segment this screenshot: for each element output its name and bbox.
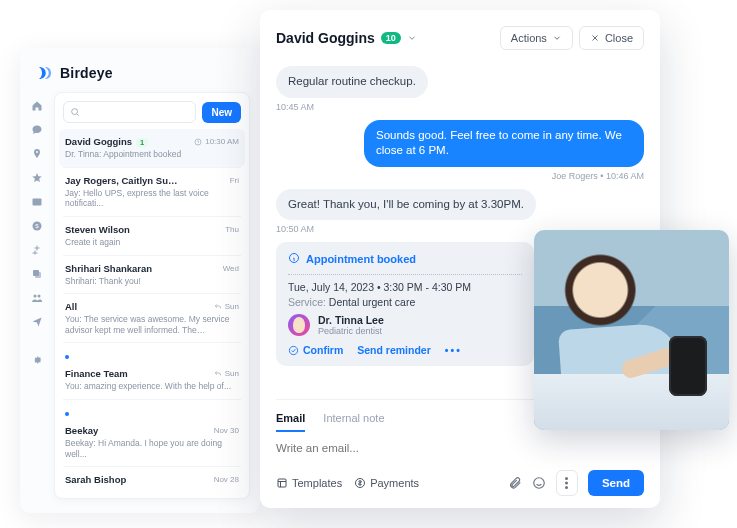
contact-name: David Goggins (276, 30, 375, 46)
brand: Birdeye (20, 62, 260, 92)
message-out: Sounds good. Feel free to come in any ti… (364, 120, 644, 167)
attachment-icon[interactable] (508, 476, 522, 490)
message-in: Great! Thank you, I'll be coming by at 3… (276, 189, 536, 221)
thread-name: Jay Rogers, Caitlyn Summer (65, 175, 180, 186)
thread-name: Steven Wilson (65, 224, 130, 235)
thread-item[interactable]: Beekay Nov 30 Beekay: Hi Amanda. I hope … (63, 399, 241, 466)
doctor-avatar (288, 314, 310, 336)
nav-messages-icon[interactable] (31, 124, 43, 136)
thread-item[interactable]: Sarah Bishop Nov 28 (63, 466, 241, 494)
nav-star-icon[interactable] (31, 172, 43, 184)
thread-meta: Nov 30 (214, 426, 239, 435)
info-icon (288, 252, 300, 266)
thread-preview: Beekay: Hi Amanda. I hope you are doing … (65, 438, 239, 459)
tab-internal-note[interactable]: Internal note (323, 406, 384, 432)
more-icon[interactable]: ••• (445, 344, 462, 356)
actions-button[interactable]: Actions (500, 26, 573, 50)
thread-meta: Thu (225, 225, 239, 234)
service-label: Service: (288, 296, 326, 308)
svg-point-5 (34, 295, 37, 298)
svg-point-16 (565, 486, 568, 489)
thread-item[interactable]: All Sun You: The service was awesome. My… (63, 293, 241, 342)
svg-point-10 (289, 346, 297, 354)
appointment-title: Appointment booked (306, 253, 416, 265)
thread-meta: Fri (230, 176, 239, 185)
contact-badge: 10 (381, 32, 401, 44)
templates-button[interactable]: Templates (276, 477, 342, 489)
hero-photo (534, 230, 729, 430)
svg-rect-4 (35, 272, 41, 278)
thread-preview: Dr. Tinna: Appointment booked (65, 149, 239, 160)
nav-rail: $ (20, 92, 54, 499)
thread-preview: You: The service was awesome. My service… (65, 314, 239, 335)
brand-name: Birdeye (60, 65, 113, 81)
thread-item[interactable]: Finance Team Sun You: amazing experience… (63, 342, 241, 399)
tab-email[interactable]: Email (276, 406, 305, 432)
nav-money-icon[interactable]: $ (31, 220, 43, 232)
nav-send-icon[interactable] (31, 316, 43, 328)
inbox-list: New David Goggins1 10:30 AM Dr. Tinna: A… (54, 92, 250, 499)
nav-pin-icon[interactable] (31, 148, 43, 160)
close-button[interactable]: Close (579, 26, 644, 50)
doctor-role: Pediatric dentist (318, 326, 384, 336)
unread-chip: 1 (136, 138, 148, 147)
search-input[interactable] (63, 101, 196, 123)
chat-header: David Goggins 10 Actions Close (276, 26, 644, 50)
thread-meta: Wed (223, 264, 239, 273)
svg-rect-11 (278, 479, 286, 487)
thread-item[interactable]: Steven Wilson Thu Create it again (63, 216, 241, 255)
close-label: Close (605, 32, 633, 44)
new-button[interactable]: New (202, 102, 241, 123)
thread-preview: Jay: Hello UPS, express the last voice n… (65, 188, 239, 209)
nav-contacts-icon[interactable] (31, 292, 43, 304)
thread-item[interactable]: Shrihari Shankaran Wed Shrihari: Thank y… (63, 255, 241, 294)
emoji-icon[interactable] (532, 476, 546, 490)
compose-more-icon[interactable] (556, 470, 578, 496)
payments-button[interactable]: Payments (354, 477, 419, 489)
nav-copy-icon[interactable] (31, 268, 43, 280)
thread-name: All (65, 301, 77, 312)
svg-point-13 (534, 478, 545, 489)
svg-point-7 (72, 109, 78, 115)
send-button[interactable]: Send (588, 470, 644, 496)
thread-preview: You: amazing experience. With the help o… (65, 381, 239, 392)
nav-inbox-icon[interactable] (31, 196, 43, 208)
svg-point-6 (38, 295, 41, 298)
nav-integrations-icon[interactable] (31, 244, 43, 256)
thread-preview: Shrihari: Thank you! (65, 276, 239, 287)
svg-point-14 (565, 477, 568, 480)
thread-meta: Sun (214, 369, 239, 378)
service-value: Dental urgent care (329, 296, 415, 308)
appointment-card: Appointment booked Tue, July 14, 2023 • … (276, 242, 534, 366)
doctor-name: Dr. Tinna Lee (318, 314, 384, 326)
thread-name: Sarah Bishop (65, 474, 126, 485)
inbox-panel: Birdeye $ New David Goggins1 (20, 48, 260, 513)
actions-label: Actions (511, 32, 547, 44)
thread-meta: 10:30 AM (194, 137, 239, 146)
chevron-down-icon[interactable] (407, 29, 417, 47)
confirm-action[interactable]: Confirm (288, 344, 343, 356)
thread-meta: Sun (214, 302, 239, 311)
thread-name: Beekay (65, 425, 98, 436)
message-meta: Joe Rogers • 10:46 AM (276, 171, 644, 181)
thread-name: David Goggins1 (65, 136, 148, 147)
thread-preview: Create it again (65, 237, 239, 248)
send-reminder-action[interactable]: Send reminder (357, 344, 431, 356)
message-in: Regular routine checkup. (276, 66, 428, 98)
svg-rect-0 (33, 199, 42, 206)
thread-name: Finance Team (65, 368, 128, 379)
nav-settings-icon[interactable] (31, 354, 43, 366)
thread-item[interactable]: Jay Rogers, Caitlyn Summer Fri Jay: Hell… (63, 167, 241, 216)
timestamp: 10:45 AM (276, 102, 644, 112)
brand-logo-icon (36, 64, 54, 82)
thread-meta: Nov 28 (214, 475, 239, 484)
thread-item[interactable]: David Goggins1 10:30 AM Dr. Tinna: Appoi… (59, 129, 245, 167)
appointment-when: Tue, July 14, 2023 • 3:30 PM - 4:30 PM (288, 281, 522, 293)
nav-home-icon[interactable] (31, 100, 43, 112)
svg-point-15 (565, 482, 568, 485)
compose-input[interactable] (276, 432, 644, 470)
thread-name: Shrihari Shankaran (65, 263, 152, 274)
divider (288, 274, 522, 275)
